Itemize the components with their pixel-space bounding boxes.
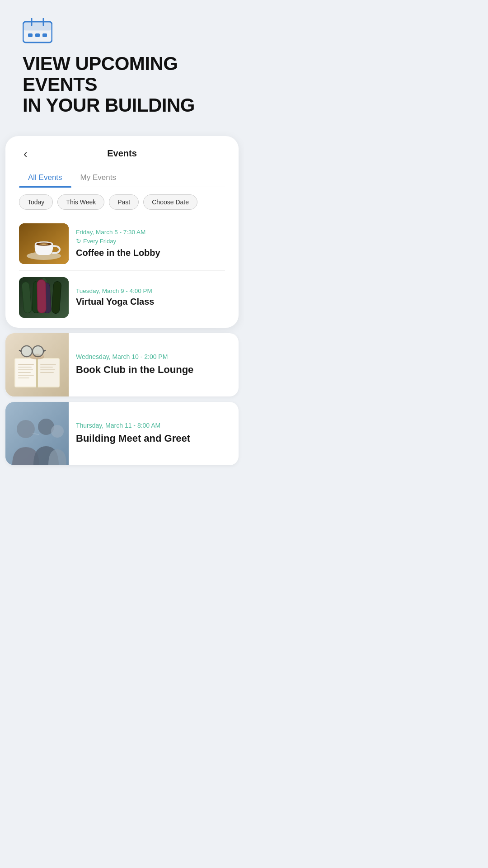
svg-rect-5 xyxy=(35,33,40,37)
filter-choose-date[interactable]: Choose Date xyxy=(143,194,197,210)
filter-row: Today This Week Past Choose Date xyxy=(14,187,230,215)
event-info-coffee: Friday, March 5 - 7:30 AM ↻ Every Friday… xyxy=(76,223,160,264)
back-button[interactable]: ‹ xyxy=(19,146,32,161)
event-name-yoga: Virtual Yoga Class xyxy=(76,296,154,307)
tab-my-events[interactable]: My Events xyxy=(71,169,125,187)
app-card: ‹ Events All Events My Events Today This… xyxy=(5,136,239,328)
filter-today[interactable]: Today xyxy=(19,194,53,210)
recurring-icon: ↻ xyxy=(76,237,81,245)
svg-rect-35 xyxy=(18,375,34,376)
svg-rect-34 xyxy=(18,372,31,373)
tabs-container: All Events My Events xyxy=(19,169,225,187)
event-item-meetgreet[interactable]: Thursday, March 11 - 8:00 AM Building Me… xyxy=(5,402,239,465)
event-info-yoga: Tuesday, March 9 - 4:00 PM Virtual Yoga … xyxy=(76,277,154,318)
event-image-coffee xyxy=(19,223,69,264)
event-info-bookclub: Wednesday, March 10 - 2:00 PM Book Club … xyxy=(76,333,201,396)
svg-rect-25 xyxy=(37,279,46,312)
event-date-bookclub: Wednesday, March 10 - 2:00 PM xyxy=(76,353,193,360)
svg-rect-38 xyxy=(40,367,53,368)
event-info-meetgreet: Thursday, March 11 - 8:00 AM Building Me… xyxy=(76,402,197,465)
svg-rect-4 xyxy=(28,33,33,37)
event-item-coffee[interactable]: Friday, March 5 - 7:30 AM ↻ Every Friday… xyxy=(14,217,230,270)
event-name-coffee: Coffee in the Lobby xyxy=(76,247,160,258)
svg-rect-33 xyxy=(18,369,33,370)
svg-point-55 xyxy=(51,425,64,438)
svg-rect-32 xyxy=(18,367,32,368)
page-title: VIEW UPCOMING EVENTS IN YOUR BUILDING xyxy=(23,53,221,116)
page-header: VIEW UPCOMING EVENTS IN YOUR BUILDING xyxy=(0,0,244,136)
svg-rect-36 xyxy=(18,377,29,378)
event-name-meetgreet: Building Meet and Greet xyxy=(76,433,190,444)
event-image-bookclub xyxy=(5,333,69,396)
events-list-inner: Friday, March 5 - 7:30 AM ↻ Every Friday… xyxy=(14,215,230,328)
filter-this-week[interactable]: This Week xyxy=(57,194,104,210)
svg-point-51 xyxy=(33,346,43,356)
event-name-bookclub: Book Club in the Lounge xyxy=(76,364,193,376)
events-title: Events xyxy=(107,148,137,159)
event-date-meetgreet: Thursday, March 11 - 8:00 AM xyxy=(76,422,190,429)
svg-point-13 xyxy=(42,244,46,245)
event-image-yoga xyxy=(19,277,69,318)
app-header: ‹ Events xyxy=(14,136,230,161)
event-item-yoga[interactable]: Tuesday, March 9 - 4:00 PM Virtual Yoga … xyxy=(14,271,230,324)
svg-point-50 xyxy=(22,346,32,356)
svg-rect-31 xyxy=(18,364,34,365)
calendar-icon xyxy=(23,18,221,45)
filter-past[interactable]: Past xyxy=(109,194,139,210)
outside-events: Wednesday, March 10 - 2:00 PM Book Club … xyxy=(5,333,239,465)
event-date-coffee: Friday, March 5 - 7:30 AM xyxy=(76,229,160,236)
svg-rect-37 xyxy=(40,364,56,365)
event-date-yoga: Tuesday, March 9 - 4:00 PM xyxy=(76,288,154,294)
svg-rect-30 xyxy=(36,358,38,387)
svg-rect-39 xyxy=(40,369,55,370)
event-recurring-coffee: ↻ Every Friday xyxy=(76,237,160,245)
svg-rect-40 xyxy=(40,372,54,373)
tab-all-events[interactable]: All Events xyxy=(19,169,71,187)
event-item-bookclub[interactable]: Wednesday, March 10 - 2:00 PM Book Club … xyxy=(5,333,239,396)
event-image-meetgreet xyxy=(5,402,69,465)
svg-rect-1 xyxy=(23,22,52,30)
svg-point-53 xyxy=(17,420,35,438)
svg-rect-6 xyxy=(42,33,47,37)
